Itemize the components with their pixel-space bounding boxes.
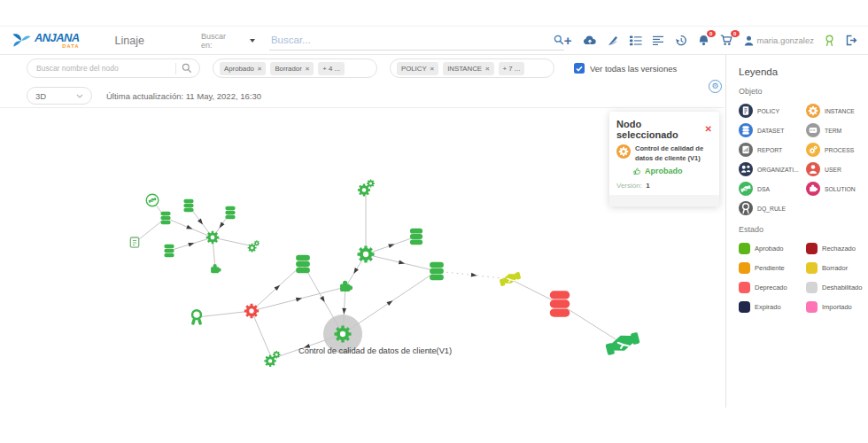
state-swatch (739, 243, 750, 254)
global-search-input[interactable] (269, 34, 554, 46)
cart-badge: 0 (731, 30, 740, 37)
cloud-upload-icon[interactable] (583, 35, 597, 46)
legend-object-dataset: DATASET (739, 123, 806, 137)
caret-down-icon (250, 39, 255, 43)
user-menu[interactable]: maria.gonzalez (744, 35, 814, 46)
logo-main: ANJANA (35, 32, 80, 43)
people-icon (739, 162, 753, 176)
legend-object-dq_rule: DQ_RULE (739, 201, 806, 215)
legend-object-instance: INSTANCE (806, 104, 864, 118)
graph-node-handshake[interactable] (499, 271, 522, 286)
legend-objects-title: Objeto (739, 87, 864, 96)
graph-node-gear[interactable] (206, 231, 219, 244)
graph-node-gears[interactable] (264, 351, 280, 367)
chip-remove-icon[interactable]: × (430, 65, 435, 73)
state-swatch (739, 262, 750, 274)
filter-chip[interactable]: + 4 ... (318, 62, 345, 75)
lineage-app: ANJANA DATA Linaje Buscar en: + (0, 0, 868, 443)
username: maria.gonzalez (757, 35, 814, 45)
selected-node-name: Control de calidad de datos de cliente (… (635, 144, 712, 163)
thumbs-up-icon (633, 167, 641, 175)
status-filter-box[interactable]: Aprobado×Borrador×+ 4 ... (213, 58, 377, 78)
filter-chip[interactable]: Aprobado× (220, 62, 266, 75)
filter-chip[interactable]: INSTANCE× (443, 62, 493, 75)
graph-node-db[interactable] (183, 199, 193, 213)
graph-node-gear[interactable] (357, 245, 374, 262)
legend-object-process: PROCESS (806, 143, 864, 157)
legend-states-title: Estado (739, 225, 864, 234)
graph-node-gears[interactable] (248, 240, 260, 252)
navbar: ANJANA DATA Linaje Buscar en: + (0, 26, 868, 55)
legend-title: Leyenda (739, 66, 864, 77)
legend-state-deshabilitado: Deshabilitado (806, 282, 864, 293)
graph-node-dsa-circle[interactable] (146, 194, 159, 206)
chip-remove-icon[interactable]: × (485, 65, 490, 73)
history-icon[interactable] (675, 35, 687, 46)
term-icon (806, 123, 820, 137)
checkbox-checked-icon[interactable] (574, 63, 585, 74)
chip-remove-icon[interactable]: × (258, 65, 262, 73)
search-icon[interactable] (554, 35, 564, 45)
type-filter-box[interactable]: POLICY×INSTANCE×+ 7 ... (390, 58, 554, 78)
legend-state-rechazado: Rechazado (806, 243, 864, 254)
settings-gear-button[interactable]: ⚙ (709, 80, 722, 93)
selected-node-status: Aprobado (645, 167, 683, 175)
report-bars-icon (739, 143, 753, 157)
graph-node-db[interactable] (410, 229, 422, 245)
node-search-box (27, 58, 200, 78)
graph-node-db[interactable] (225, 206, 235, 220)
graph-node-db[interactable] (430, 262, 444, 281)
search-scope-dropdown[interactable]: Buscar en: (201, 32, 255, 50)
dimension-select[interactable]: 3D (27, 87, 92, 105)
list-detail-icon[interactable] (630, 35, 642, 46)
graph-node-db[interactable] (164, 245, 174, 258)
search-icon[interactable] (182, 63, 192, 74)
filter-bar: Aprobado×Borrador×+ 4 ... POLICY×INSTANC… (0, 58, 725, 78)
legend-state-expirado: Expirado (739, 301, 806, 313)
notifications-badge: 0 (707, 30, 716, 37)
anjana-swirl-icon (11, 32, 32, 50)
ribbon-badge-icon[interactable] (825, 35, 834, 47)
medal-icon (739, 201, 753, 215)
page-title: Linaje (115, 35, 144, 47)
legend-object-user: USER (806, 162, 864, 176)
graph-node-report[interactable] (130, 237, 138, 247)
puzzle-icon (806, 182, 820, 196)
graph-node-award[interactable] (191, 310, 202, 325)
close-icon[interactable]: ✕ (705, 125, 712, 134)
node-search-input[interactable] (35, 63, 174, 74)
legend-objects-grid: POLICY INSTANCE DATASET TERM REPORT PROC… (739, 104, 864, 215)
gears-icon (806, 143, 820, 157)
card-footer (609, 195, 719, 206)
pen-signature-icon[interactable] (608, 35, 619, 46)
filter-chip[interactable]: + 7 ... (499, 62, 525, 75)
legend-state-pendiente: Pendiente (739, 262, 806, 274)
all-versions-toggle[interactable]: Ver todas las versiones (574, 63, 677, 74)
legend-object-policy: POLICY (739, 104, 806, 118)
graph-node-db[interactable] (296, 255, 310, 274)
instance-icon (616, 144, 631, 162)
list-lines-icon[interactable] (653, 35, 664, 46)
legend-state-borrador: Borrador (806, 262, 864, 274)
graph-node-db[interactable] (550, 291, 570, 316)
graph-edges (135, 188, 623, 359)
selected-node-panel: Nodo seleccionado ✕ Control de calidad d… (609, 112, 719, 206)
chevron-down-icon (76, 94, 83, 98)
graph-node-puzzle[interactable] (211, 264, 221, 273)
sign-out-icon[interactable] (845, 35, 857, 46)
filter-chip[interactable]: POLICY× (397, 62, 438, 75)
legend-object-dsa: DSA (739, 182, 806, 196)
cart-icon[interactable]: 0 (720, 35, 733, 46)
legend-object-term: TERM (806, 123, 864, 137)
anjana-logo[interactable]: ANJANA DATA (11, 32, 80, 50)
chip-remove-icon[interactable]: × (306, 65, 310, 73)
legend-object-organizati: ORGANIZATI... (739, 162, 806, 176)
notifications-bell-icon[interactable]: 0 (698, 35, 709, 46)
dimension-value: 3D (35, 91, 46, 101)
graph-node-db[interactable] (160, 212, 170, 225)
graph-node-gear[interactable] (244, 304, 259, 318)
graph-node-gears[interactable] (358, 179, 375, 196)
filter-chip[interactable]: Borrador× (270, 62, 314, 75)
add-button[interactable]: + (564, 36, 572, 45)
graph-node-puzzle[interactable] (340, 281, 353, 291)
